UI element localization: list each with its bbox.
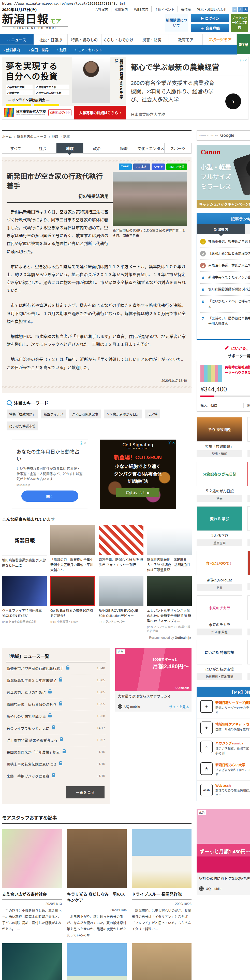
keyword-tag[interactable]: ５２歳記者のがん日記	[104, 409, 142, 418]
related-ad-card[interactable]: エレガントなデザインが人気のSUVに最新安全機能追加 新型SUV「ステルヴィ… …	[147, 576, 192, 633]
news-list-item[interactable]: 音楽ライブでもっと元気に14:17	[6, 722, 106, 734]
ad-info-icon[interactable]: ⓘ	[80, 441, 83, 445]
ranking-item[interactable]: 2【速報】新発田と南魚沼の男女が感染（１１月１５日）	[200, 248, 250, 260]
digital-service-button[interactable]: デジタルサービスご案内	[231, 14, 248, 32]
link-copyright[interactable]: 著作権	[177, 6, 194, 12]
recommend-card[interactable]: 映画「瞽女 ＧＯＺＥ」 心揺さぶる唄と旅の生涯 小林ハルさん 2020/09/1…	[132, 943, 191, 980]
canon-ad[interactable]: Canon 小型・軽量 フルサイズ ミラーレス キャッシュバックキャンペーン実施…	[196, 145, 250, 208]
ad-close-icon[interactable]: ✕	[84, 441, 87, 445]
pr-item[interactable]: ✦ 新潟日報リーダーズ倶楽部新潟のリーダーのチカラを ふるさとの発展を目指します	[197, 697, 250, 718]
feature-card[interactable]: にいがた 特選市場にいがた特選市場送料無料・産地直送	[196, 640, 242, 680]
feature-card[interactable]: 未来のチカラ未来のチカラ第４弾 県北	[196, 595, 242, 635]
link-recruit[interactable]: 採用案内	[111, 6, 131, 12]
crowdfunding-card[interactable]: 災害時に福祉避難所として派遣可能なトレーラーハウスを新潟県内に設置したい！ ¥3…	[196, 361, 250, 412]
nav-tab-disaster[interactable]: 災害・防災	[135, 34, 169, 45]
feature-card[interactable]: DUAL LIFEDUAL LIFE新潟日報	[247, 551, 250, 591]
related-card[interactable]: 新潟日報 坂町病院看護師が感染 外来診療など休止に	[2, 525, 47, 573]
facebook-like-button[interactable]: いいね！	[133, 164, 150, 170]
ad-detail-button[interactable]: 詳細はこちら ▶	[116, 488, 160, 497]
tab-politics[interactable]: 政治	[83, 143, 110, 153]
feature-card[interactable]: 食べにいGOて！新潟県GoToEatＰＲ	[196, 551, 242, 591]
news-list-item[interactable]: 新発田市が空き家の行政代執行着手18:40	[6, 662, 106, 675]
ranking-item[interactable]: 3南魚沼市長選、林氏が大差で初当選	[200, 260, 250, 272]
site-search-input[interactable]: ENHANCED BY Google	[196, 130, 250, 141]
uq-mobile-ad[interactable]: 広告 ⓘ✕ 10GBでずーっと 月額2,480円～ UQ mobile 大容量で…	[115, 648, 191, 804]
login-button[interactable]: ▶ ログイン	[191, 14, 229, 22]
news-list-item[interactable]: 米袋 手提げバッグに変身11/16	[6, 770, 106, 782]
tab-region[interactable]: 地域	[56, 143, 83, 153]
breadcrumb-region[interactable]: 地域	[52, 134, 62, 139]
related-card[interactable]: 新潟県内観光地 満足度９３・７％ 県調査 訪問地別１位は五頭温泉郷	[147, 525, 192, 573]
ranking-item[interactable]: 4新潟中央区でまたイノシシ出没	[200, 272, 250, 284]
ad-close-icon[interactable]: ✕	[172, 441, 175, 445]
news-list-item[interactable]: 長岡の金匠米が「千年農業」認証11/16	[6, 746, 106, 758]
subnav-prefecture[interactable]: 新潟県内	[3, 47, 20, 52]
facebook-share-button[interactable]: シェア	[152, 164, 165, 170]
outbrain-attribution[interactable]: Recommended by Outbrain |▷	[2, 636, 191, 640]
ad-cta-button[interactable]: 入学募集の詳細はこちら ›	[74, 106, 126, 119]
font-size-large-button[interactable]: A	[243, 7, 248, 12]
top-banner-ad[interactable]: ⓘ ✕ 農業経営版MBAを学ぶ 夢を実現する 自分への投資 卒業後の支援 農業界…	[2, 57, 248, 120]
tab-all[interactable]: すべて	[2, 143, 29, 153]
pr-item[interactable]: assh Web assh女性のための生活情報誌。毎週金曜発行のフリーペーパー	[197, 781, 250, 801]
uq-mobile-ad-2[interactable]: 広告 ずーっと月額1,480円～！ 家計の節約におトクなUQ家族割 UQ mob…	[196, 809, 250, 895]
pr-item[interactable]: 大 新潟日報みらい大学さまざまな切り口から３０年後の新潟の未来を考えます	[197, 759, 250, 781]
recommend-card[interactable]: 知られざるマリンピア 企画展 2020/10/09 透明なマリントンネルを抜ける…	[2, 943, 62, 980]
consult-chip[interactable]: 個別相談受付中	[48, 109, 71, 116]
feature-card[interactable]: スマート社会地域を創る東北・新潟	[247, 417, 250, 457]
tab-society[interactable]: 社会	[29, 143, 56, 153]
news-list-item[interactable]: 新潟駅高架工事２１年度末完了18:05	[6, 675, 106, 686]
cst-ad[interactable]: ⓘ ✕ Cell Signaling TECHNOLOGY 新登場！CUT&RU…	[100, 439, 176, 509]
related-card[interactable]: 「鬼滅の刃」魘夢役に全集中 新潟中央区出身の声優・平川大輔さん	[51, 525, 95, 573]
recommend-card[interactable]: キラリ光る 身だしなみ 男のスキンケア 2020/11/06 お風呂上がり、鏡に…	[67, 829, 127, 938]
fortune-ad[interactable]: ⓘ ✕ あなたの生年月日から動物占い 近い将来訪れる可能性がある幸福 恋愛運・仕…	[12, 439, 88, 509]
view-all-button[interactable]: 一覧を見る	[66, 786, 104, 799]
pr-item[interactable]: ⌂ ハウジングsumica住まい情報誌。新潟で家づくりのためのアイディア・参考例	[197, 738, 250, 759]
keyword-tag[interactable]: モア特	[145, 409, 160, 418]
feature-card[interactable]: 祈り 拉致問題特集「拉致問題」記事・連載	[196, 417, 242, 457]
site-logo[interactable]: 新潟日報 モア NIIGATA NIPPO MORE	[2, 14, 68, 30]
nav-tab-education[interactable]: 教育モア	[169, 34, 203, 45]
related-ad-card[interactable]: Go To Eat 対象の厳選10店舗をご紹介！ (PR) 小林製薬 × Ret…	[51, 576, 95, 633]
keyword-tag[interactable]: 新型ウイルス	[41, 409, 66, 418]
ad-next-arrow-button[interactable]: ›	[225, 94, 241, 109]
news-list-item[interactable]: 癒やしの空間で地域交流15:38	[6, 710, 106, 722]
feature-card[interactable]: モア特モア特集特別報道	[247, 462, 250, 502]
keyword-tag[interactable]: にいがた特選市場	[6, 422, 38, 430]
line-share-button[interactable]: LINEで送る	[166, 164, 187, 170]
news-list-item[interactable]: 繊細な表現 伝わる命の温もり15:55	[6, 698, 106, 710]
tab-sports[interactable]: スポーツ	[164, 143, 191, 153]
subscribe-button[interactable]: 新聞購読について	[164, 14, 189, 32]
breadcrumb-prefecture-news[interactable]: 新潟県内のニュース	[17, 134, 50, 139]
font-size-medium-button[interactable]: A	[238, 7, 243, 12]
keyword-tag[interactable]: 特集「拉致問題」	[6, 409, 38, 418]
subnav-select[interactable]: モア・セレクト	[75, 47, 103, 52]
feature-card[interactable]: SDGs にいがたSDGsにいがた地域創生	[247, 595, 250, 635]
tab-culture[interactable]: 文化・エンタメ	[137, 143, 164, 153]
feature-card[interactable]: 新潟モノ新潟モノづくりＢＳＮ新潟放送	[247, 506, 250, 546]
subnav-video[interactable]: 動画	[57, 47, 66, 52]
related-ad-card[interactable]: ヴェルファイア特別仕様車 “GOLDEN EYES” (PR) トヨタ自動車株式…	[2, 576, 47, 633]
link-company[interactable]: 会社案内	[92, 6, 111, 12]
news-list-item[interactable]: 順徳上皇の若宮伝説に思いはせ11/16	[6, 758, 106, 770]
breadcrumb-home[interactable]: ホーム	[2, 134, 16, 139]
ebook-edition-button[interactable]: 電子版	[237, 34, 250, 54]
ranking-item[interactable]: 1柏崎市長選、桜井氏が再選 再稼働反対の近藤氏破る	[200, 236, 250, 248]
link-webad[interactable]: WEB広告	[131, 6, 151, 12]
ranking-tab-national[interactable]: 全国	[245, 224, 250, 234]
ranking-tab-prefecture[interactable]: 新潟県内	[197, 224, 245, 234]
link-contact[interactable]: 投稿・お問い合わせ	[194, 6, 230, 12]
nav-tab-life[interactable]: くらし・おでかけ	[101, 34, 135, 45]
uq-visit-link[interactable]: サイトを見る	[169, 704, 189, 709]
related-ad-card[interactable]: RANGE ROVER EVOQUE 50th Collectionデビュー (…	[99, 576, 144, 633]
tweet-button[interactable]: Tweet	[119, 164, 132, 170]
link-events[interactable]: 主催イベント	[151, 6, 177, 12]
ad-info-icon[interactable]: ⓘ	[168, 441, 171, 445]
related-card[interactable]: 森高千里、新潟など36カ所 街歩き フォトエッセー刊行	[99, 525, 144, 573]
ranking-item[interactable]: 7「鬼滅の刃」魘夢役に全集中 新潟中央区出身の声優・平川大輔さん	[200, 313, 250, 329]
pr-item[interactable]: ✚ 地域包括ケアネット ささえ～る医療・介護の情報を集約する Webサイト	[197, 718, 250, 738]
ranking-item[interactable]: 5坂町病院看護師が感染 外来診療など休止に	[200, 284, 250, 296]
feature-card[interactable]: 52歳記者の がん日記５２歳のがん日記特集	[196, 462, 242, 502]
subnav-national[interactable]: 全国・世界	[29, 47, 49, 52]
news-list-item[interactable]: 洋上風力発電 効果や影響考える13:57	[6, 734, 106, 746]
